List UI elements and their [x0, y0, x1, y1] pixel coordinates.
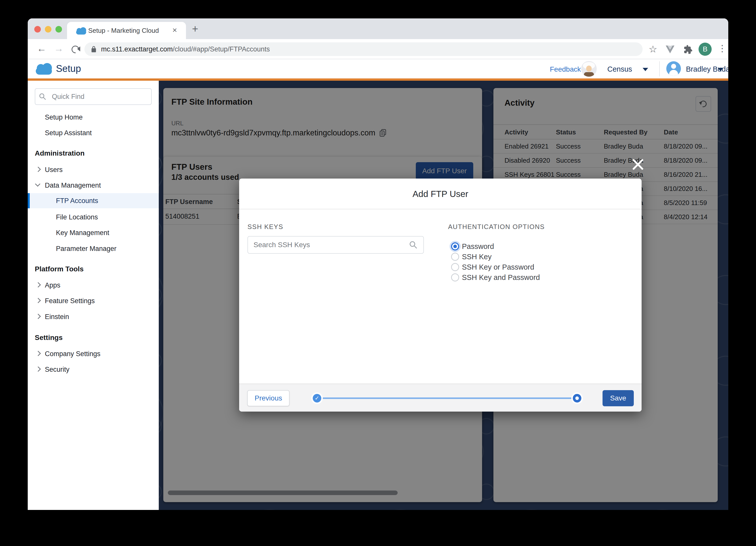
- back-icon[interactable]: ←: [37, 43, 46, 54]
- chevron-right-icon[interactable]: [36, 367, 41, 372]
- sidebar-section-administration: Administration: [35, 149, 85, 157]
- check-icon: ✓: [313, 394, 321, 403]
- new-tab-button[interactable]: +: [192, 23, 198, 35]
- window-maximize-button[interactable]: [55, 26, 62, 33]
- org-selector[interactable]: Census: [607, 65, 632, 73]
- sidebar-item-data-management[interactable]: Data Management: [45, 181, 101, 189]
- sidebar: Setup Home Setup Assistant Administratio…: [28, 81, 159, 510]
- vue-extension-icon[interactable]: [665, 45, 675, 55]
- progress-step-current: [571, 393, 583, 404]
- sidebar-item-ftp-accounts-label[interactable]: FTP Accounts: [56, 197, 98, 205]
- sidebar-item-key-management[interactable]: Key Management: [56, 229, 109, 237]
- radio-ssh-key-and-password[interactable]: [451, 274, 459, 282]
- chevron-right-icon[interactable]: [36, 298, 41, 303]
- accent-bar: [28, 78, 728, 81]
- reload-icon[interactable]: [70, 44, 81, 55]
- einstein-avatar[interactable]: [581, 61, 597, 77]
- sidebar-item-einstein[interactable]: Einstein: [45, 313, 69, 321]
- org-caret-icon[interactable]: [643, 68, 648, 71]
- url-path: /cloud/#app/Setup/FTPAccounts: [173, 45, 270, 53]
- sidebar-item-company-settings[interactable]: Company Settings: [45, 350, 101, 358]
- save-button[interactable]: Save: [603, 390, 634, 406]
- quick-find-input[interactable]: [35, 88, 152, 105]
- lock-icon: [91, 46, 97, 53]
- url-host: mc.s11.exacttarget.com: [101, 45, 173, 53]
- radio-label[interactable]: SSH Key or Password: [462, 263, 534, 271]
- radio-label[interactable]: SSH Key and Password: [462, 274, 540, 282]
- sidebar-item-parameter-manager[interactable]: Parameter Manager: [56, 245, 116, 253]
- feedback-link[interactable]: Feedback: [550, 65, 581, 73]
- ssh-keys-section-label: SSH KEYS: [247, 223, 283, 231]
- tab-close-icon[interactable]: ×: [172, 25, 177, 35]
- chevron-right-icon[interactable]: [36, 351, 41, 356]
- profile-initial: B: [703, 45, 708, 53]
- address-bar[interactable]: mc.s11.exacttarget.com/cloud/#app/Setup/…: [84, 42, 643, 56]
- sidebar-item-file-locations[interactable]: File Locations: [56, 213, 98, 221]
- browser-tab-strip: Setup - Marketing Cloud × +: [28, 18, 728, 39]
- chevron-right-icon[interactable]: [36, 314, 41, 319]
- window-close-button[interactable]: [34, 26, 41, 33]
- previous-button[interactable]: Previous: [247, 390, 290, 406]
- sidebar-section-platform-tools: Platform Tools: [35, 265, 84, 273]
- app-header: Setup Feedback Census Bradley Buda: [28, 59, 728, 78]
- user-caret-icon[interactable]: [718, 68, 723, 71]
- progress-step-complete: ✓: [311, 393, 323, 404]
- forward-icon[interactable]: →: [54, 43, 64, 54]
- browser-tab[interactable]: Setup - Marketing Cloud ×: [67, 22, 186, 39]
- sidebar-item-users[interactable]: Users: [45, 166, 63, 174]
- sidebar-item-apps[interactable]: Apps: [45, 282, 60, 289]
- browser-toolbar: ← → mc.s11.exacttarget.com/cloud/#app/Se…: [28, 39, 728, 59]
- tab-title: Setup - Marketing Cloud: [88, 27, 159, 35]
- chevron-right-icon[interactable]: [36, 167, 41, 172]
- chevron-right-icon[interactable]: [36, 282, 41, 288]
- radio-ssh-key-or-password[interactable]: [451, 263, 459, 271]
- modal-footer: Previous ✓ Save: [239, 384, 642, 412]
- url-text: mc.s11.exacttarget.com/cloud/#app/Setup/…: [101, 45, 270, 53]
- browser-menu-icon[interactable]: ⋮: [718, 43, 727, 54]
- user-avatar[interactable]: [666, 61, 681, 76]
- authentication-options-label: AUTHENTICATION OPTIONS: [448, 223, 545, 231]
- search-icon: [39, 93, 46, 101]
- salesforce-cloud-logo-icon: [35, 63, 53, 75]
- radio-label[interactable]: SSH Key: [462, 253, 492, 261]
- modal-header: Add FTP User: [239, 178, 642, 209]
- extensions-puzzle-icon[interactable]: [682, 44, 693, 56]
- search-icon: [409, 240, 418, 250]
- modal-close-icon[interactable]: [632, 159, 644, 170]
- browser-window: Setup - Marketing Cloud × + ← → mc.s11.e…: [28, 18, 728, 510]
- sidebar-section-settings: Settings: [35, 334, 62, 342]
- radio-password[interactable]: [451, 242, 459, 250]
- add-ftp-user-modal: Add FTP User SSH KEYS AUTHENTICATION OPT…: [239, 178, 642, 412]
- sidebar-item-security[interactable]: Security: [45, 366, 70, 374]
- modal-title: Add FTP User: [239, 178, 642, 209]
- radio-label[interactable]: Password: [462, 242, 494, 251]
- page-title: Setup: [56, 63, 81, 74]
- sidebar-item-feature-settings[interactable]: Feature Settings: [45, 297, 95, 305]
- radio-ssh-key[interactable]: [451, 253, 459, 261]
- screen: Setup - Marketing Cloud × + ← → mc.s11.e…: [0, 0, 756, 546]
- window-minimize-button[interactable]: [45, 26, 51, 33]
- cloud-favicon-icon: [76, 27, 87, 35]
- chevron-down-icon[interactable]: [35, 181, 40, 187]
- ssh-keys-search-input[interactable]: [247, 236, 424, 254]
- browser-profile-avatar[interactable]: B: [699, 43, 712, 56]
- sidebar-item-setup-assistant[interactable]: Setup Assistant: [45, 129, 92, 137]
- sidebar-item-setup-home[interactable]: Setup Home: [45, 113, 83, 121]
- header-divider: [659, 61, 660, 76]
- progress-line: [317, 398, 577, 399]
- bookmark-star-icon[interactable]: ☆: [649, 44, 657, 55]
